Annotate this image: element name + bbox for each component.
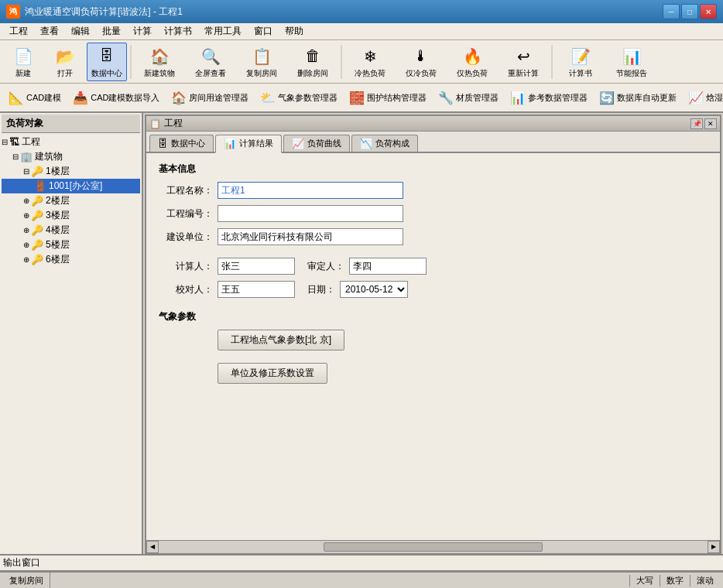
scroll-track[interactable] <box>159 541 708 553</box>
tree-item-floor6[interactable]: ⊕ 🔑 6楼层 <box>2 252 140 267</box>
envelope-manager-button[interactable]: 🧱 围护结构管理器 <box>344 87 432 108</box>
menu-tools[interactable]: 常用工具 <box>198 23 248 39</box>
datacenter-button[interactable]: 🗄 数据中心 <box>87 43 127 81</box>
toolbar-separator-2 <box>341 45 342 79</box>
status-action: 复制房间 <box>9 575 43 586</box>
heat-only-button[interactable]: 🔥 仅热负荷 <box>447 43 497 81</box>
menu-calcbook[interactable]: 计算书 <box>158 23 198 39</box>
menu-help[interactable]: 帮助 <box>279 23 310 39</box>
new-button[interactable]: 📄 新建 <box>3 43 43 81</box>
unit-btn-row: 单位及修正系数设置 <box>159 363 708 384</box>
tab-datacenter[interactable]: 🗄 数据中心 <box>149 135 214 152</box>
project-name-input[interactable] <box>218 182 403 199</box>
scroll-right-button[interactable]: ▶ <box>708 541 720 553</box>
cold-only-icon: 🌡 <box>409 45 433 68</box>
fullscreen-view-button[interactable]: 🔍 全屏查看 <box>186 43 235 81</box>
project-name-label: 工程名称： <box>159 184 213 197</box>
room-usage-button[interactable]: 🏠 房间用途管理器 <box>166 87 254 108</box>
inner-window-title: 工程 <box>164 117 183 130</box>
date-label: 日期： <box>307 283 335 296</box>
enthalpy-icon: 📈 <box>688 91 704 105</box>
tree-item-project[interactable]: ⊟ 🏗 工程 <box>2 135 140 149</box>
calcbook-button[interactable]: 📝 计算书 <box>556 43 605 81</box>
refdata-icon: 📊 <box>510 91 526 105</box>
status-indicators: 大写 数字 滚动 <box>629 575 720 586</box>
status-left: 复制房间 <box>3 573 50 588</box>
inner-close-button[interactable]: ✕ <box>704 118 717 129</box>
material-manager-button[interactable]: 🔧 材质管理器 <box>433 87 504 108</box>
project-id-row: 工程编号： <box>159 205 708 222</box>
cold-hot-load-button[interactable]: ❄ 冷热负荷 <box>345 43 395 81</box>
room-usage-icon: 🏠 <box>171 91 187 105</box>
company-label: 建设单位： <box>159 231 213 244</box>
check-person-input[interactable] <box>218 281 295 298</box>
scroll-thumb[interactable] <box>324 542 543 552</box>
energy-report-button[interactable]: 📊 节能报告 <box>607 43 656 81</box>
open-icon: 📂 <box>53 45 77 68</box>
menu-calc[interactable]: 计算 <box>127 23 158 39</box>
cad-model-icon: 📐 <box>9 91 24 105</box>
check-person-label: 校对人： <box>159 283 213 296</box>
tab-loadcurve[interactable]: 📈 负荷曲线 <box>283 135 350 152</box>
menu-edit[interactable]: 编辑 <box>65 23 96 39</box>
output-panel: 输出窗口 <box>0 554 723 571</box>
minimize-button[interactable]: ─ <box>663 4 680 19</box>
refdata-manager-button[interactable]: 📊 参考数据管理器 <box>505 87 593 108</box>
app-icon: 鸿 <box>6 5 20 19</box>
sidebar: 负荷对象 ⊟ 🏗 工程 ⊟ 🏢 建筑物 ⊟ 🔑 1楼层 🚪 1001[办公室] … <box>0 113 143 554</box>
unit-correction-button[interactable]: 单位及修正系数设置 <box>218 363 327 384</box>
menu-batch[interactable]: 批量 <box>96 23 127 39</box>
weather-manager-button[interactable]: ⛅ 气象参数管理器 <box>255 87 343 108</box>
fullscreen-icon: 🔍 <box>198 45 223 68</box>
maximize-button[interactable]: □ <box>681 4 698 19</box>
project-id-input[interactable] <box>218 205 403 222</box>
tree-item-floor2[interactable]: ⊕ 🔑 2楼层 <box>2 193 140 208</box>
cold-hot-icon: ❄ <box>358 45 382 68</box>
tree-item-floor1[interactable]: ⊟ 🔑 1楼层 <box>2 164 140 179</box>
cad-model-button[interactable]: 📐 CAD建模 <box>3 87 67 108</box>
section2-title: 气象参数 <box>159 310 708 323</box>
tree-item-building[interactable]: ⊟ 🏢 建筑物 <box>2 149 140 164</box>
tree-item-floor5[interactable]: ⊕ 🔑 5楼层 <box>2 238 140 252</box>
company-input[interactable] <box>218 228 403 245</box>
menu-view[interactable]: 查看 <box>34 23 65 39</box>
content-area: 📋 工程 📌 ✕ 🗄 数据中心 📊 计算结果 <box>143 113 723 554</box>
delete-room-button[interactable]: 🗑 删除房间 <box>288 43 338 81</box>
recalc-button[interactable]: ↩ 重新计算 <box>499 43 548 81</box>
window-controls: ─ □ ✕ <box>663 4 717 19</box>
open-button[interactable]: 📂 打开 <box>45 43 85 81</box>
inner-pin-button[interactable]: 📌 <box>690 118 703 129</box>
copy-room-button[interactable]: 📋 复制房间 <box>237 43 286 81</box>
enthalpy-calc-button[interactable]: 📈 焓湿图计算 <box>683 87 723 108</box>
copy-room-icon: 📋 <box>249 45 274 68</box>
weather-params-button[interactable]: 工程地点气象参数[北 京] <box>218 330 344 350</box>
recalc-icon: ↩ <box>511 45 536 68</box>
db-update-button[interactable]: 🔄 数据库自动更新 <box>594 87 682 108</box>
new-building-button[interactable]: 🏠 新建筑物 <box>135 43 184 81</box>
calc-person-input[interactable] <box>218 258 295 275</box>
date-select[interactable]: 2010-05-12 <box>340 281 408 298</box>
tab-loadcompose[interactable]: 📉 负荷构成 <box>351 135 418 152</box>
project-id-label: 工程编号： <box>159 207 213 220</box>
tab-loadcompose-icon: 📉 <box>360 138 372 149</box>
material-icon: 🔧 <box>438 91 454 105</box>
calc-person-label: 计算人： <box>159 260 213 273</box>
tab-calcresult[interactable]: 📊 计算结果 <box>215 135 282 153</box>
title-bar: 鸿 鸿业暖通空调负荷计算[谐波法] - 工程1 ─ □ ✕ <box>0 0 723 23</box>
tree-item-floor4[interactable]: ⊕ 🔑 4楼层 <box>2 223 140 238</box>
review-person-label: 审定人： <box>307 260 344 273</box>
review-person-input[interactable] <box>349 258 427 275</box>
cold-only-button[interactable]: 🌡 仅冷负荷 <box>396 43 446 81</box>
menu-window[interactable]: 窗口 <box>248 23 279 39</box>
menu-project[interactable]: 工程 <box>3 23 34 39</box>
close-button[interactable]: ✕ <box>700 4 717 19</box>
caps-lock-indicator: 大写 <box>629 575 660 586</box>
heat-only-icon: 🔥 <box>460 45 485 68</box>
cad-import-icon: 📥 <box>73 91 88 105</box>
tree-item-room1001[interactable]: 🚪 1001[办公室] <box>2 179 140 193</box>
scroll-left-button[interactable]: ◀ <box>146 541 159 553</box>
window-title: 鸿业暖通空调负荷计算[谐波法] - 工程1 <box>25 5 663 19</box>
status-bar: 复制房间 大写 数字 滚动 <box>0 571 723 588</box>
cad-import-button[interactable]: 📥 CAD建模数据导入 <box>67 87 165 108</box>
tree-item-floor3[interactable]: ⊕ 🔑 3楼层 <box>2 208 140 223</box>
